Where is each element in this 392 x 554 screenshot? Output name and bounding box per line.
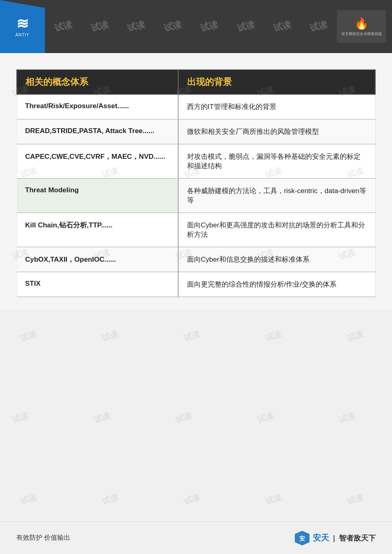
table-cell-background: 西方的IT管理和标准化的背景	[178, 94, 375, 119]
body-watermark-25: 试读	[19, 492, 38, 507]
table-cell-concept: DREAD,STRIDE,PASTA, Attack Tree......	[17, 119, 178, 144]
col1-header: 相关的概念体系	[17, 70, 178, 94]
table-cell-concept: CAPEC,CWE,CVE,CVRF，MAEC，NVD......	[17, 144, 178, 178]
watermark-8: 试读	[308, 18, 329, 35]
body-watermark-19: 试读	[346, 328, 365, 344]
logo-text: ANTIY	[16, 33, 29, 37]
table-row: Threat/Risk/Exposure/Asset......西方的IT管理和…	[17, 94, 375, 119]
body-watermark-21: 试读	[93, 410, 112, 426]
watermark-5: 试读	[199, 18, 219, 35]
table-row: CAPEC,CWE,CVE,CVRF，MAEC，NVD......对攻击模式，脆…	[17, 144, 375, 178]
footer-tagline: 有效防护 价值输出	[16, 534, 70, 542]
footer-logo: 安 安天 | 智者敌天下	[294, 530, 376, 546]
footer-logo-text: 安天 | 智者敌天下	[313, 532, 376, 543]
table-cell-concept: Threat/Risk/Exposure/Asset......	[17, 94, 178, 119]
body-watermark-24: 试读	[338, 410, 357, 426]
body-watermark-20: 试读	[11, 410, 30, 426]
body-watermark-18: 试读	[264, 328, 283, 344]
watermark-1: 试读	[53, 18, 74, 35]
brand-fire-icon: 🔥	[354, 17, 369, 30]
footer: 有效防护 价值输出 安 安天 | 智者敌天下	[0, 521, 392, 554]
table-row: DREAD,STRIDE,PASTA, Attack Tree......微软和…	[17, 119, 375, 144]
col2-header: 出现的背景	[178, 70, 375, 94]
body-watermark-15: 试读	[19, 328, 38, 344]
header: ≋ ANTIY 试读 试读 试读 试读 试读 试读 试读 试读 🔥 安天网络安全…	[0, 0, 392, 53]
body-watermark-27: 试读	[183, 492, 202, 507]
watermark-7: 试读	[272, 18, 292, 35]
body-watermark-16: 试读	[101, 328, 120, 344]
watermark-6: 试读	[235, 18, 256, 35]
watermark-4: 试读	[163, 18, 183, 35]
watermark-3: 试读	[126, 18, 146, 35]
watermark-2: 试读	[89, 18, 110, 35]
body-watermark-17: 试读	[183, 328, 202, 344]
brand-subtitle: 安天网络安全令牌第四届	[341, 31, 382, 37]
body-watermark-22: 试读	[174, 410, 194, 426]
body-watermark-23: 试读	[256, 410, 275, 426]
table-cell-background: 微软和相关安全厂商所推出的风险管理模型	[178, 119, 375, 144]
footer-logo-icon: 安	[294, 530, 310, 546]
table-cell-concept: Threat Modeling	[17, 178, 178, 213]
main-content: 相关的概念体系 出现的背景 Threat/Risk/Exposure/Asset…	[0, 53, 392, 309]
table-cell-background: 面向Cyber和信息交换的描述和标准体系	[178, 247, 375, 272]
table-cell-background: 对攻击模式，脆弱点，漏洞等各种基础的安全元素的标定和描述结构	[178, 144, 375, 178]
table-cell-concept: STIX	[17, 272, 178, 297]
table-cell-concept: CybOX,TAXII，OpenIOC......	[17, 247, 178, 272]
svg-text:安: 安	[299, 535, 305, 542]
table-cell-background: 各种威胁建模的方法论，工具，risk-centric，data-driven等等	[178, 178, 375, 213]
header-watermark-area: 试读 试读 试读 试读 试读 试读 试读 试读	[45, 0, 337, 53]
table-cell-background: 面向更完整的综合性的情报分析/作业/交换的体系	[178, 272, 375, 297]
table-row: CybOX,TAXII，OpenIOC......面向Cyber和信息交换的描述…	[17, 247, 375, 272]
body-watermark-28: 试读	[264, 492, 283, 507]
logo-symbol: ≋	[16, 16, 29, 31]
table-header-row: 相关的概念体系 出现的背景	[17, 70, 375, 94]
table-row: Threat Modeling各种威胁建模的方法论，工具，risk-centri…	[17, 178, 375, 213]
table-cell-concept: Kill Chain,钻石分析,TTP......	[17, 213, 178, 247]
table-row: Kill Chain,钻石分析,TTP......面向Cyber和更高强度的攻击…	[17, 213, 375, 247]
table-row: STIX面向更完整的综合性的情报分析/作业/交换的体系	[17, 272, 375, 297]
header-right-logo: 🔥 安天网络安全令牌第四届	[337, 10, 386, 43]
table-cell-background: 面向Cyber和更高强度的攻击和对抗的场景的分析工具和分析方法	[178, 213, 375, 247]
concept-table: 相关的概念体系 出现的背景 Threat/Risk/Exposure/Asset…	[16, 69, 376, 297]
body-watermark-26: 试读	[101, 492, 120, 507]
body-watermark-29: 试读	[346, 492, 365, 507]
logo-box: ≋ ANTIY	[0, 0, 45, 53]
